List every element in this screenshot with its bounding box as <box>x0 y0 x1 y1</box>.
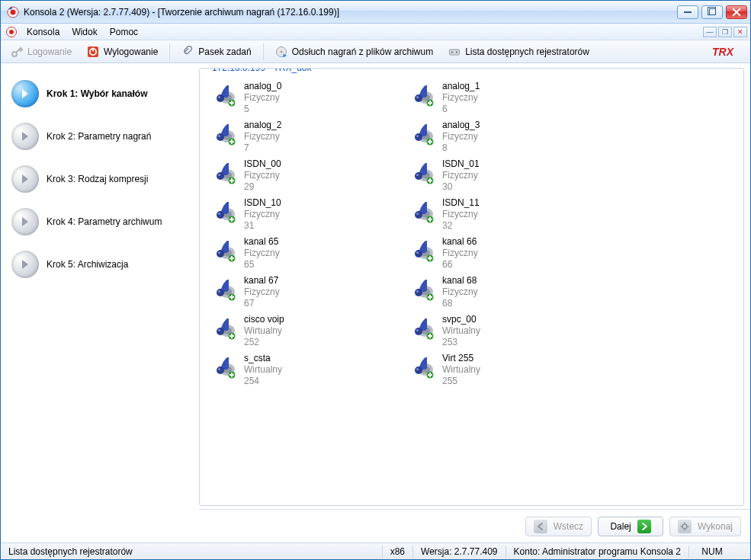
arrow-left-icon <box>534 520 547 533</box>
login-label: Logowanie <box>27 46 72 57</box>
channel-number: 253 <box>442 337 480 348</box>
channel-number: 30 <box>442 181 480 193</box>
channel-item[interactable]: kanal 65 Fizyczny 65 <box>209 235 392 272</box>
channel-icon <box>409 353 436 380</box>
maximize-button[interactable] <box>701 5 723 19</box>
svg-point-94 <box>416 368 419 370</box>
channel-number: 6 <box>442 104 480 115</box>
channel-item[interactable]: analog_0 Fizyczny 5 <box>209 79 392 117</box>
step-label: Krok 1: Wybór kanałów <box>47 88 147 99</box>
channel-item[interactable]: analog_1 Fizyczny 6 <box>407 79 590 117</box>
svg-point-10 <box>280 50 282 53</box>
channel-icon <box>210 120 238 147</box>
step-arrow-icon <box>11 208 39 235</box>
disc-play-icon <box>275 46 287 58</box>
channel-type: Fizyczny <box>442 92 480 104</box>
svg-point-68 <box>217 289 224 296</box>
channel-name: ISDN_11 <box>442 197 480 209</box>
wizard-step-5[interactable]: Krok 5: Archiwizacja <box>11 243 194 286</box>
channel-item[interactable]: kanal 67 Fizyczny 67 <box>209 274 392 311</box>
svg-rect-8 <box>92 47 94 51</box>
trx-logo: TRX <box>712 45 743 59</box>
channel-type: Wirtualny <box>442 364 480 376</box>
mdi-restore[interactable]: ❐ <box>718 27 732 37</box>
channel-name: analog_3 <box>442 120 480 131</box>
recorders-button[interactable]: Lista dostępnych rejestratorów <box>441 43 596 61</box>
channel-icon <box>210 81 238 108</box>
channel-icon <box>210 275 238 302</box>
svg-point-4 <box>9 30 14 34</box>
channel-type: Wirtualny <box>244 364 282 376</box>
taskbar-button[interactable]: Pasek zadań <box>175 43 258 61</box>
wizard-sidebar: Krok 1: Wybór kanałów Krok 2: Parametry … <box>1 63 199 542</box>
group-header: 172.16.0.199 - TRX_dok <box>207 68 316 73</box>
channel-item[interactable]: ISDN_10 Fizyczny 31 <box>209 196 392 233</box>
channel-item[interactable]: cisco voip Wirtualny 252 <box>209 312 392 350</box>
svg-point-43 <box>415 172 422 180</box>
toolbar: Logowanie Wylogowanie Pasek zadań Odsłuc… <box>1 40 750 63</box>
svg-point-93 <box>415 366 422 374</box>
svg-point-83 <box>415 328 422 335</box>
menu-pomoc[interactable]: Pomoc <box>104 25 144 39</box>
close-button[interactable] <box>726 5 747 19</box>
channel-item[interactable]: kanal 66 Fizyczny 66 <box>407 235 590 272</box>
logout-label: Wylogowanie <box>104 46 158 57</box>
channel-item[interactable]: ISDN_00 Fizyczny 29 <box>209 157 392 194</box>
channel-item[interactable]: ISDN_11 Fizyczny 32 <box>407 196 590 233</box>
svg-point-34 <box>416 135 419 137</box>
run-label: Wykonaj <box>698 521 733 532</box>
svg-point-28 <box>217 133 224 141</box>
channel-item[interactable]: analog_3 Fizyczny 8 <box>407 118 590 155</box>
svg-point-23 <box>415 94 422 102</box>
step-arrow-icon <box>11 80 39 107</box>
app-icon <box>7 6 19 18</box>
channel-icon <box>210 236 238 264</box>
channel-name: analog_1 <box>442 81 480 92</box>
svg-point-13 <box>456 51 457 53</box>
channel-item[interactable]: Virt 255 Wirtualny 255 <box>407 351 590 389</box>
channel-number: 8 <box>442 142 480 154</box>
svg-point-1 <box>11 9 16 14</box>
run-button: Wykonaj <box>669 517 741 536</box>
svg-point-29 <box>218 135 220 137</box>
logout-button[interactable]: Wylogowanie <box>80 43 165 61</box>
next-button[interactable]: Dalej <box>598 517 663 536</box>
clip-icon <box>181 46 194 58</box>
channel-type: Fizyczny <box>442 170 480 181</box>
taskbar-label: Pasek zadań <box>198 46 251 57</box>
svg-point-33 <box>415 133 422 141</box>
step-label: Krok 4: Parametry archiwum <box>47 216 162 227</box>
statusbar: Lista dostępnych rejestratorów x86 Wersj… <box>1 542 750 559</box>
channel-item[interactable]: ISDN_01 Fizyczny 30 <box>407 157 590 194</box>
menu-konsola[interactable]: Konsola <box>21 25 66 39</box>
menu-widok[interactable]: Widok <box>66 25 103 39</box>
channel-item[interactable]: analog_2 Fizyczny 7 <box>209 118 392 155</box>
wizard-step-2[interactable]: Krok 2: Parametry nagrań <box>11 115 194 158</box>
wizard-step-1[interactable]: Krok 1: Wybór kanałów <box>11 72 194 115</box>
wizard-step-3[interactable]: Krok 3: Rodzaj kompresji <box>11 158 194 200</box>
wizard-step-4[interactable]: Krok 4: Parametry archiwum <box>11 200 194 243</box>
status-account: Konto: Administrator programu Konsola 2 <box>506 543 688 559</box>
step-arrow-icon <box>11 165 39 193</box>
listen-button[interactable]: Odsłuch nagrań z plików archiwum <box>268 43 440 61</box>
mdi-close[interactable]: ✕ <box>733 27 747 37</box>
status-version: Wersja: 2.7.77.409 <box>413 543 505 559</box>
listen-label: Odsłuch nagrań z plików archiwum <box>292 46 433 57</box>
gear-icon <box>678 520 692 533</box>
channel-icon <box>210 353 238 380</box>
channel-name: s_csta <box>244 353 282 364</box>
channel-number: 254 <box>244 376 282 387</box>
step-label: Krok 2: Parametry nagrań <box>47 131 151 142</box>
step-arrow-icon <box>11 123 39 150</box>
channel-name: ISDN_00 <box>244 158 281 170</box>
channel-type: Fizyczny <box>244 92 281 104</box>
channel-item[interactable]: s_csta Wirtualny 254 <box>209 351 392 389</box>
minimize-button[interactable] <box>677 5 698 19</box>
channel-item[interactable]: svpc_00 Wirtualny 253 <box>407 312 590 350</box>
svg-rect-11 <box>450 50 460 55</box>
channel-item[interactable]: kanal 68 Fizyczny 68 <box>407 274 590 311</box>
channel-number: 68 <box>442 298 478 309</box>
svg-point-18 <box>217 94 224 102</box>
channel-number: 31 <box>244 220 281 232</box>
mdi-minimize[interactable]: — <box>703 27 717 37</box>
